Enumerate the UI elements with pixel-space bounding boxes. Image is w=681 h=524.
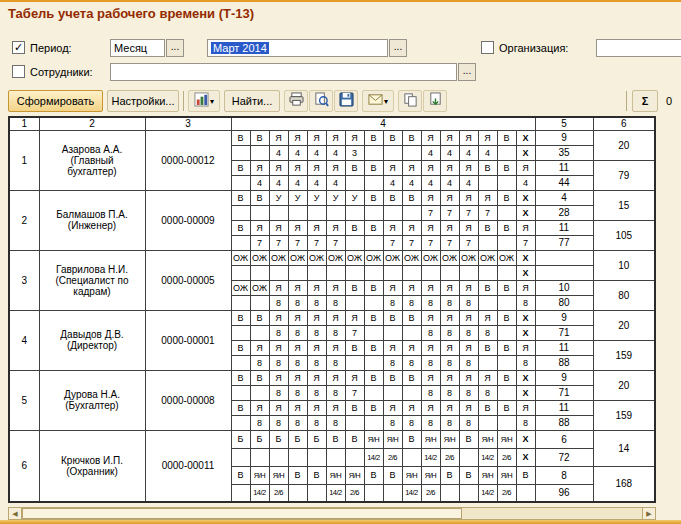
day-code-cell[interactable]: Я xyxy=(250,400,269,415)
day-hours-cell[interactable]: 8 xyxy=(440,355,459,370)
day-code-cell[interactable]: В xyxy=(345,430,364,448)
day-hours-cell[interactable]: 8 xyxy=(402,295,421,310)
day-code-cell[interactable]: Я xyxy=(269,340,288,355)
day-hours-cell[interactable]: 8 xyxy=(516,355,535,370)
day-code-cell[interactable]: В xyxy=(364,340,383,355)
save-button[interactable] xyxy=(334,90,358,112)
day-hours-cell[interactable] xyxy=(383,484,402,502)
day-code-cell[interactable]: Я xyxy=(288,400,307,415)
day-hours-cell[interactable] xyxy=(440,484,459,502)
day-code-cell[interactable]: В xyxy=(250,190,269,205)
day-hours-cell[interactable]: 8 xyxy=(326,385,345,400)
employee-name-cell[interactable]: Крючков И.П.(Охранник) xyxy=(39,430,145,502)
copy-button[interactable] xyxy=(398,90,422,112)
day-code-cell[interactable]: ОЖ xyxy=(421,250,440,265)
day-code-cell[interactable]: В xyxy=(326,430,345,448)
day-hours-cell[interactable] xyxy=(364,325,383,340)
day-hours-cell[interactable] xyxy=(383,325,402,340)
day-code-cell[interactable]: В xyxy=(383,466,402,484)
day-code-cell[interactable]: Я xyxy=(516,280,535,295)
organization-label[interactable]: Организация: xyxy=(499,42,568,54)
day-code-cell[interactable]: Я xyxy=(307,400,326,415)
day-hours-cell[interactable] xyxy=(326,265,345,280)
day-code-cell[interactable]: Я xyxy=(440,160,459,175)
organization-field[interactable] xyxy=(596,39,681,57)
day-code-cell[interactable]: Я xyxy=(326,280,345,295)
day-code-cell[interactable]: В xyxy=(345,160,364,175)
day-code-cell[interactable]: В xyxy=(497,190,516,205)
day-hours-cell[interactable]: 8 xyxy=(269,385,288,400)
employee-name-cell[interactable]: Гаврилова Н.И.(Специалист по кадрам) xyxy=(39,250,145,310)
period-checkbox[interactable]: ✓ xyxy=(12,41,25,54)
day-hours-cell[interactable]: 4 xyxy=(383,175,402,190)
day-hours-cell[interactable] xyxy=(345,235,364,250)
day-code-cell[interactable]: Я xyxy=(383,160,402,175)
half-total-cell[interactable]: 28 xyxy=(535,205,593,220)
day-hours-cell[interactable] xyxy=(345,205,364,220)
employee-code[interactable]: 0000-00009 xyxy=(145,190,231,250)
month-total-cell[interactable]: 20 xyxy=(593,130,655,160)
month-total-cell[interactable]: 105 xyxy=(593,220,655,250)
day-code-cell[interactable]: X xyxy=(516,250,535,265)
day-hours-cell[interactable] xyxy=(364,145,383,160)
day-code-cell[interactable]: Я xyxy=(288,280,307,295)
day-hours-cell[interactable] xyxy=(478,355,497,370)
column-header-cell[interactable]: 4 xyxy=(231,117,535,130)
day-hours-cell[interactable]: 2/6 xyxy=(421,484,440,502)
half-total-cell[interactable]: 44 xyxy=(535,175,593,190)
day-code-cell[interactable]: Я xyxy=(478,130,497,145)
day-code-cell[interactable]: В xyxy=(231,466,250,484)
employee-name-cell[interactable]: Давыдов Д.В.(Директор) xyxy=(39,310,145,370)
day-code-cell[interactable]: ОЖ xyxy=(250,250,269,265)
day-hours-cell[interactable]: 8 xyxy=(516,295,535,310)
month-total-cell[interactable]: 20 xyxy=(593,370,655,400)
day-hours-cell[interactable] xyxy=(497,325,516,340)
day-hours-cell[interactable]: 7 xyxy=(402,235,421,250)
day-code-cell[interactable]: ОЖ xyxy=(478,250,497,265)
day-code-cell[interactable]: Я xyxy=(288,130,307,145)
day-hours-cell[interactable]: 7 xyxy=(421,205,440,220)
half-total-cell[interactable]: 9 xyxy=(535,310,593,325)
day-hours-cell[interactable] xyxy=(307,448,326,466)
half-total-cell[interactable]: 6 xyxy=(535,430,593,448)
day-hours-cell[interactable] xyxy=(269,205,288,220)
day-hours-cell[interactable] xyxy=(497,385,516,400)
day-code-cell[interactable]: Я xyxy=(345,370,364,385)
day-hours-cell[interactable] xyxy=(288,448,307,466)
day-code-cell[interactable]: Б xyxy=(231,430,250,448)
day-hours-cell[interactable] xyxy=(345,265,364,280)
day-hours-cell[interactable] xyxy=(250,295,269,310)
day-hours-cell[interactable] xyxy=(364,205,383,220)
day-code-cell[interactable]: В xyxy=(345,340,364,355)
day-hours-cell[interactable] xyxy=(231,415,250,430)
half-total-cell[interactable] xyxy=(535,265,593,280)
day-hours-cell[interactable]: 4 xyxy=(269,175,288,190)
month-total-cell[interactable]: 20 xyxy=(593,310,655,340)
day-code-cell[interactable]: Я xyxy=(421,370,440,385)
day-hours-cell[interactable] xyxy=(250,325,269,340)
day-hours-cell[interactable] xyxy=(307,205,326,220)
day-hours-cell[interactable]: X xyxy=(516,448,535,466)
day-hours-cell[interactable] xyxy=(383,385,402,400)
day-code-cell[interactable]: Я/Н xyxy=(421,466,440,484)
employee-code[interactable]: 0000-00005 xyxy=(145,250,231,310)
day-hours-cell[interactable]: 4 xyxy=(478,145,497,160)
day-hours-cell[interactable]: X xyxy=(516,265,535,280)
day-hours-cell[interactable] xyxy=(288,205,307,220)
day-hours-cell[interactable]: 4 xyxy=(421,175,440,190)
day-hours-cell[interactable]: 4 xyxy=(307,145,326,160)
day-hours-cell[interactable] xyxy=(269,265,288,280)
month-total-cell[interactable]: 14 xyxy=(593,430,655,466)
day-code-cell[interactable]: В xyxy=(402,130,421,145)
day-code-cell[interactable]: В xyxy=(364,190,383,205)
day-hours-cell[interactable] xyxy=(383,145,402,160)
day-hours-cell[interactable] xyxy=(364,235,383,250)
half-total-cell[interactable]: 9 xyxy=(535,370,593,385)
column-header-cell[interactable]: 5 xyxy=(535,117,593,130)
employee-code[interactable]: 0000-00012 xyxy=(145,130,231,190)
day-code-cell[interactable]: Я xyxy=(421,340,440,355)
day-hours-cell[interactable]: 8 xyxy=(307,295,326,310)
day-code-cell[interactable]: Я xyxy=(383,340,402,355)
day-hours-cell[interactable]: 8 xyxy=(307,325,326,340)
day-hours-cell[interactable] xyxy=(231,205,250,220)
